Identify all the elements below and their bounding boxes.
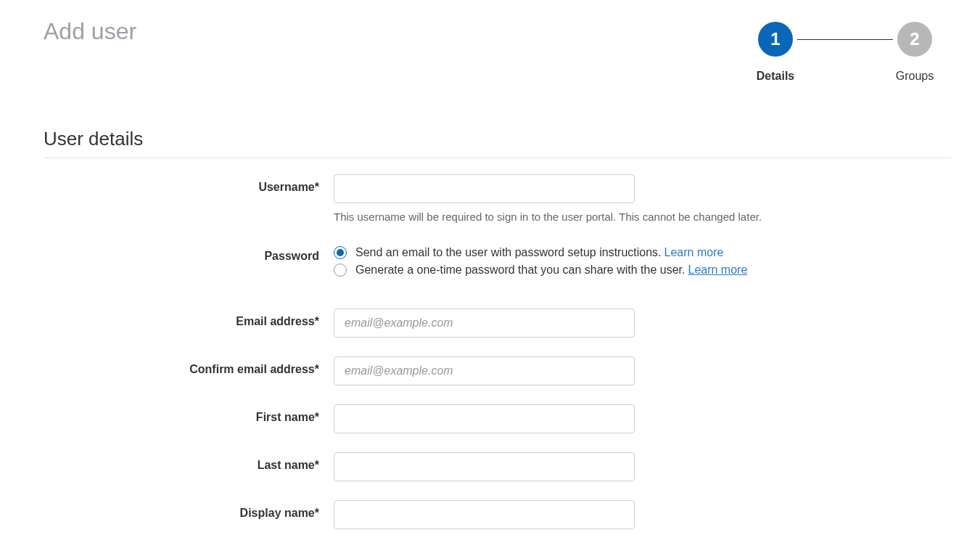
radio-icon [334, 246, 347, 259]
learn-more-link-2[interactable]: Learn more [688, 264, 747, 277]
username-hint: This username will be required to sign i… [334, 211, 951, 223]
learn-more-link-1[interactable]: Learn more [664, 246, 724, 259]
display-name-label: Display name* [44, 500, 334, 520]
password-option-generate[interactable]: Generate a one-time password that you ca… [334, 264, 951, 277]
confirm-email-label: Confirm email address* [44, 356, 334, 376]
page-title: Add user [44, 18, 136, 45]
confirm-email-input[interactable] [334, 356, 635, 385]
wizard-steps: 1 Details 2 Groups [754, 22, 951, 83]
last-name-input[interactable] [334, 452, 635, 481]
user-details-form: Username* This username will be required… [44, 174, 951, 529]
step-circle-1: 1 [758, 22, 793, 57]
wizard-step-groups[interactable]: 2 Groups [893, 22, 936, 83]
email-label: Email address* [44, 309, 334, 328]
step-label-groups: Groups [896, 70, 934, 83]
radio-icon [334, 264, 347, 277]
step-circle-2: 2 [897, 22, 932, 57]
display-name-input[interactable] [334, 500, 635, 529]
step-connector [797, 39, 893, 40]
password-label: Password [44, 243, 334, 263]
first-name-label: First name* [44, 404, 334, 424]
first-name-input[interactable] [334, 404, 635, 433]
wizard-step-details[interactable]: 1 Details [754, 22, 797, 83]
password-option-email-text: Send an email to the user with password … [355, 246, 662, 259]
section-title: User details [44, 128, 951, 158]
username-input[interactable] [334, 174, 635, 203]
password-option-email[interactable]: Send an email to the user with password … [334, 246, 951, 259]
email-input[interactable] [334, 309, 635, 338]
password-option-generate-text: Generate a one-time password that you ca… [355, 264, 685, 277]
username-label: Username* [44, 174, 334, 194]
last-name-label: Last name* [44, 452, 334, 472]
step-label-details: Details [757, 70, 794, 83]
